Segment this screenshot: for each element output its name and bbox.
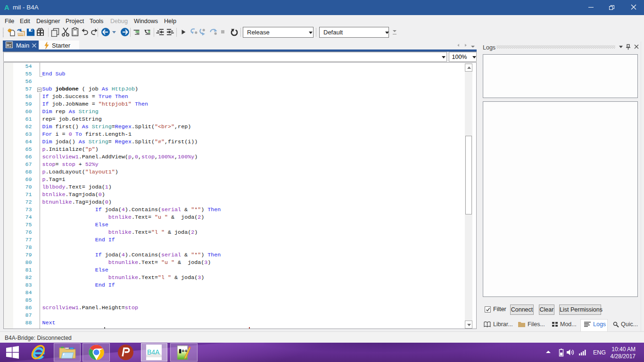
svg-text:▮++: ▮++ xyxy=(179,348,188,354)
